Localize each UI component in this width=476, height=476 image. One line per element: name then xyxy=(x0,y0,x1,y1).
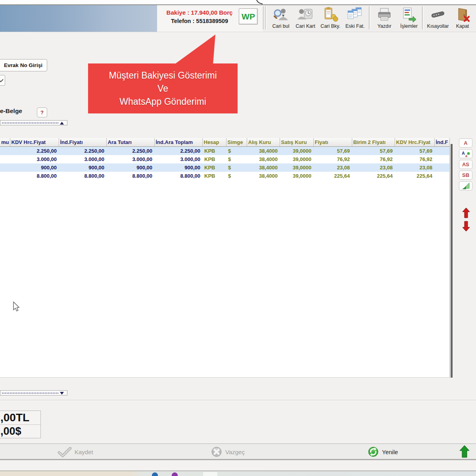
table-cell[interactable] xyxy=(434,147,449,155)
refresh-button[interactable] xyxy=(368,447,378,459)
table-cell[interactable] xyxy=(0,155,10,163)
table-cell[interactable] xyxy=(434,163,449,172)
save-button[interactable] xyxy=(57,447,73,459)
table-cell[interactable]: 57,69 xyxy=(352,147,395,155)
table-cell[interactable]: 2.250,00 xyxy=(59,147,106,155)
table-cell[interactable]: 225,64 xyxy=(395,172,434,180)
table-cell[interactable] xyxy=(434,155,449,163)
table-cell[interactable]: 3.000,00 xyxy=(59,155,106,163)
table-cell[interactable]: 225,64 xyxy=(352,172,395,180)
refresh-button-label[interactable]: Yenile xyxy=(382,449,398,455)
side-button-chart[interactable] xyxy=(459,181,472,190)
column-header[interactable]: Hesap xyxy=(202,138,226,147)
column-header[interactable]: İnd.Fiyatı xyxy=(59,138,106,147)
table-cell[interactable] xyxy=(0,163,10,172)
table-cell[interactable]: 8.800,00 xyxy=(106,172,154,180)
move-down-button[interactable] xyxy=(462,221,470,232)
table-cell[interactable]: 2.250,00 xyxy=(10,147,59,155)
table-cell[interactable]: 39,0000 xyxy=(280,147,313,155)
table-cell[interactable]: 38,4000 xyxy=(247,172,280,180)
table-cell[interactable]: 900,00 xyxy=(59,163,106,172)
table-cell[interactable]: 2.250,00 xyxy=(154,147,202,155)
table-cell[interactable]: 57,69 xyxy=(395,147,434,155)
column-header[interactable]: KDV Hrc.Fiyat xyxy=(10,138,59,147)
column-header[interactable]: Alış Kuru xyxy=(247,138,280,147)
table-cell[interactable] xyxy=(434,172,449,180)
table-cell[interactable]: 76,92 xyxy=(313,155,352,163)
toolbar-label: Cari bul xyxy=(269,23,292,29)
cancel-button[interactable] xyxy=(211,447,222,459)
table-cell[interactable]: KPB xyxy=(202,172,226,180)
table-cell[interactable]: 76,92 xyxy=(352,155,395,163)
table-cell[interactable]: KPB xyxy=(202,147,226,155)
table-cell[interactable]: KPB xyxy=(202,163,226,172)
table-cell[interactable]: $ xyxy=(226,172,247,180)
column-header[interactable]: İnd.Ara Toplam xyxy=(154,138,202,147)
vertical-scrollbar[interactable] xyxy=(451,144,453,378)
column-header[interactable]: Birim 2 Fiyatı xyxy=(352,138,395,147)
table-cell[interactable]: 225,64 xyxy=(313,172,352,180)
table-cell[interactable]: 3.000,00 xyxy=(10,155,59,163)
toolbar-cari-bky[interactable]: Cari Bky. xyxy=(319,6,342,31)
toolbar-kisayollar[interactable]: Kısayollar xyxy=(425,6,451,31)
table-cell[interactable]: 39,0000 xyxy=(280,163,313,172)
cancel-button-label[interactable]: Vazgeç xyxy=(225,449,245,455)
evrak-no-girisi-button[interactable]: Evrak No Girişi xyxy=(0,59,47,71)
table-cell[interactable] xyxy=(0,172,10,180)
column-header[interactable]: İnd.F xyxy=(434,138,449,147)
horizontal-splitter-top[interactable] xyxy=(0,120,67,125)
toolbar-kapat[interactable]: Kapat xyxy=(452,6,473,31)
column-header[interactable]: Fiyatı xyxy=(313,138,352,147)
whatsapp-button[interactable]: WP xyxy=(239,8,258,25)
table-cell[interactable]: KPB xyxy=(202,155,226,163)
side-button-sb[interactable]: SB xyxy=(459,171,472,180)
side-button-as[interactable]: AS xyxy=(459,160,472,169)
table-cell[interactable]: 900,00 xyxy=(106,163,154,172)
move-up-button[interactable] xyxy=(462,207,470,219)
table-cell[interactable]: 38,4000 xyxy=(247,163,280,172)
help-button[interactable]: ? xyxy=(37,107,47,117)
horizontal-splitter-bottom[interactable] xyxy=(0,390,67,395)
table-cell[interactable]: 3.000,00 xyxy=(154,155,202,163)
table-row[interactable]: 900,00900,00900,00900,00KPB$38,400039,00… xyxy=(0,163,449,172)
table-cell[interactable]: 8.800,00 xyxy=(154,172,202,180)
table-cell[interactable]: 76,92 xyxy=(395,155,434,163)
toolbar-islemler[interactable]: İşlemler xyxy=(397,6,420,31)
table-cell[interactable]: 900,00 xyxy=(154,163,202,172)
table-cell[interactable]: $ xyxy=(226,155,247,163)
table-cell[interactable]: $ xyxy=(226,147,247,155)
toolbar-cari-kart[interactable]: Cari Kart xyxy=(294,6,317,31)
toolbar-eski-fat[interactable]: Eski Fat. xyxy=(344,6,367,31)
side-button-font-case[interactable]: A a xyxy=(459,149,472,158)
table-cell[interactable]: 3.000,00 xyxy=(106,155,154,163)
toolbar-cari-bul[interactable]: Cari bul xyxy=(269,6,292,31)
table-cell[interactable]: 8.800,00 xyxy=(59,172,106,180)
table-cell[interactable]: 57,69 xyxy=(313,147,352,155)
column-header[interactable]: Ara Tutarı xyxy=(106,138,154,147)
table-cell[interactable]: 2.250,00 xyxy=(106,147,154,155)
table-cell[interactable]: 900,00 xyxy=(10,163,59,172)
table-cell[interactable]: 23,08 xyxy=(313,163,352,172)
table-cell[interactable]: 23,08 xyxy=(352,163,395,172)
table-cell[interactable]: $ xyxy=(226,163,247,172)
table-cell[interactable]: 39,0000 xyxy=(280,172,313,180)
table-cell[interactable] xyxy=(0,147,10,155)
table-row[interactable]: 2.250,002.250,002.250,002.250,00KPB$38,4… xyxy=(0,147,449,155)
table-row[interactable]: 3.000,003.000,003.000,003.000,00KPB$38,4… xyxy=(0,155,449,163)
column-header[interactable]: Simge xyxy=(226,138,247,147)
combobox-dropdown-stub[interactable] xyxy=(0,75,5,86)
column-header[interactable]: mu xyxy=(0,138,10,147)
table-cell[interactable]: 8.800,00 xyxy=(10,172,59,180)
column-header[interactable]: KDV Hrc.Fiyat xyxy=(395,138,434,147)
save-button-label[interactable]: Kaydet xyxy=(75,449,93,455)
side-button-a[interactable]: A xyxy=(459,138,472,148)
column-header[interactable]: Satış Kuru xyxy=(280,138,313,147)
scroll-top-button[interactable] xyxy=(459,445,470,460)
table-cell[interactable]: 39,0000 xyxy=(280,155,313,163)
toolbar-yazdir[interactable]: Yazdır xyxy=(373,6,396,31)
table-cell[interactable]: 38,4000 xyxy=(247,147,280,155)
table-row[interactable]: 8.800,008.800,008.800,008.800,00KPB$38,4… xyxy=(0,172,449,180)
toolbar-separator xyxy=(265,6,267,29)
table-cell[interactable]: 23,08 xyxy=(395,163,434,172)
table-cell[interactable]: 38,4000 xyxy=(247,155,280,163)
